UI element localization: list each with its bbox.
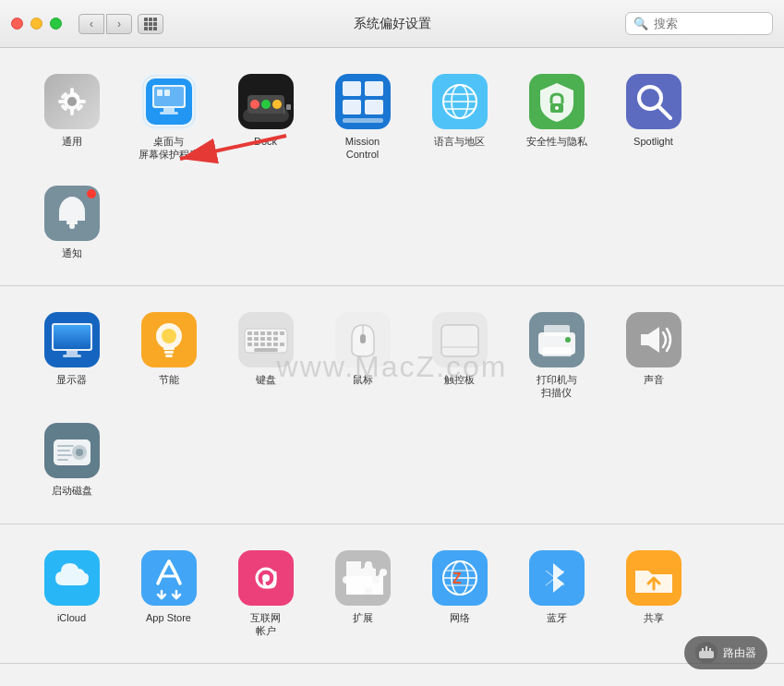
sound-label: 声音: [644, 373, 664, 386]
svg-rect-15: [163, 108, 175, 112]
search-bar[interactable]: 🔍: [625, 12, 773, 35]
keyboard-icon: [238, 312, 294, 367]
appstore-icon: [141, 550, 197, 606]
item-appstore[interactable]: App Store: [125, 543, 212, 645]
item-spotlight[interactable]: Spotlight: [609, 66, 697, 169]
svg-rect-53: [66, 351, 78, 355]
item-energy[interactable]: 节能: [125, 305, 212, 407]
svg-rect-79: [280, 343, 284, 346]
svg-rect-65: [260, 331, 265, 335]
svg-rect-69: [247, 337, 252, 341]
sharing-label: 共享: [644, 611, 664, 624]
network-label: 网络: [450, 611, 470, 624]
nav-buttons: ‹ ›: [78, 14, 132, 34]
bluetooth-label: 蓝牙: [547, 611, 567, 624]
item-trackpad[interactable]: 触控板: [416, 305, 503, 407]
grid-view-button[interactable]: [138, 14, 163, 34]
item-notification[interactable]: 通知: [28, 178, 115, 267]
minimize-button[interactable]: [30, 18, 42, 30]
item-users[interactable]: 用户与群组: [28, 682, 115, 686]
item-security[interactable]: 安全性与隐私: [513, 66, 600, 169]
item-keyboard[interactable]: 键盘: [222, 305, 309, 407]
svg-rect-16: [160, 112, 178, 114]
item-display[interactable]: 显示器: [28, 305, 115, 407]
svg-rect-4: [70, 108, 74, 115]
item-internet[interactable]: 互联网帐户: [222, 543, 309, 645]
svg-rect-76: [260, 343, 265, 346]
svg-rect-155: [699, 651, 714, 658]
search-input[interactable]: [654, 17, 765, 30]
item-dock[interactable]: Dock: [222, 66, 309, 169]
desktop-icon: [141, 74, 197, 129]
spotlight-label: Spotlight: [633, 135, 673, 148]
mouse-label: 鼠标: [353, 373, 373, 386]
svg-point-60: [162, 329, 176, 343]
search-icon: 🔍: [633, 17, 648, 30]
keyboard-label: 键盘: [256, 373, 276, 386]
svg-rect-66: [267, 331, 271, 335]
window-title: 系统偏好设置: [354, 16, 431, 32]
item-mission[interactable]: MissionControl: [319, 66, 406, 169]
notification-icon: [44, 186, 100, 241]
printer-icon: [529, 312, 585, 367]
forward-button[interactable]: ›: [106, 14, 132, 34]
item-mouse[interactable]: 鼠标: [319, 305, 406, 407]
svg-rect-72: [267, 337, 271, 341]
item-language[interactable]: 语言与地区: [416, 66, 503, 169]
item-date[interactable]: 18 三四五六日一二 日期与时间: [319, 682, 406, 686]
svg-rect-80: [254, 348, 278, 352]
svg-rect-77: [267, 343, 271, 346]
item-desktop[interactable]: 桌面与屏幕保护程序: [125, 66, 212, 169]
item-parental[interactable]: 家长控制: [125, 682, 212, 686]
icon-grid-system: 用户与群组 家长控制: [28, 682, 756, 686]
item-siri[interactable]: Siri: [222, 682, 309, 686]
item-extensions[interactable]: 扩展: [319, 543, 406, 645]
svg-rect-18: [157, 90, 163, 96]
general-icon: [44, 74, 100, 129]
dock-icon: [238, 74, 294, 129]
svg-rect-99: [57, 454, 72, 456]
svg-rect-19: [164, 90, 170, 96]
svg-rect-29: [343, 81, 361, 96]
svg-rect-31: [343, 100, 361, 114]
sound-icon: [626, 312, 681, 367]
router-icon: [695, 642, 718, 664]
item-timemachine[interactable]: Time Machine: [416, 682, 503, 686]
item-network[interactable]: Z 网络: [416, 543, 503, 645]
item-accessibility[interactable]: 辅助功能: [513, 682, 600, 686]
section-personal: 通用: [0, 48, 784, 286]
notification-label: 通知: [62, 247, 82, 259]
mouse-icon: [335, 312, 391, 367]
extensions-label: 扩展: [353, 611, 373, 624]
icloud-icon: [44, 550, 100, 606]
svg-rect-78: [273, 343, 278, 346]
item-printer[interactable]: 打印机与扫描仪: [513, 305, 600, 407]
item-startup[interactable]: 启动磁盘: [28, 415, 115, 504]
general-label: 通用: [62, 135, 82, 148]
item-sharing[interactable]: 共享: [609, 543, 697, 645]
title-bar: ‹ › 系统偏好设置 🔍: [0, 0, 784, 48]
display-label: 显示器: [56, 373, 87, 386]
item-sound[interactable]: 声音: [609, 305, 697, 407]
energy-icon: [141, 312, 197, 367]
item-bluetooth[interactable]: 蓝牙: [513, 543, 600, 645]
item-general[interactable]: 通用: [28, 66, 115, 169]
svg-point-23: [250, 100, 259, 109]
svg-point-42: [555, 106, 559, 110]
extensions-icon: [335, 550, 391, 606]
svg-rect-33: [343, 118, 383, 123]
close-button[interactable]: [11, 18, 23, 30]
svg-point-24: [261, 100, 271, 109]
maximize-button[interactable]: [50, 18, 62, 30]
svg-rect-74: [247, 343, 252, 346]
dock-label: Dock: [254, 135, 277, 148]
icon-grid-hardware: 显示器 节能: [28, 305, 756, 505]
startup-label: 启动磁盘: [52, 484, 92, 497]
back-button[interactable]: ‹: [78, 14, 104, 34]
trackpad-icon: [432, 312, 488, 367]
appstore-label: App Store: [146, 611, 191, 624]
svg-rect-27: [286, 104, 291, 110]
bluetooth-icon: [529, 550, 585, 606]
badge-label: 路由器: [723, 645, 756, 661]
item-icloud[interactable]: iCloud: [28, 543, 115, 645]
